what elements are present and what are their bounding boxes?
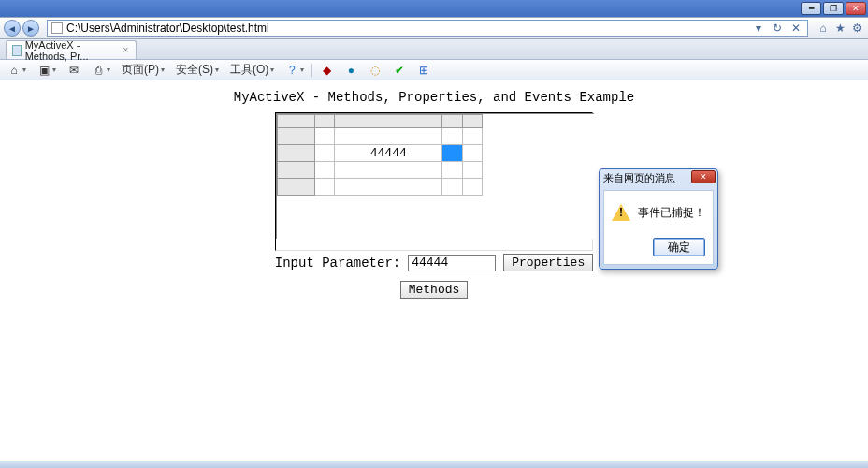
- window-titlebar: ━ ❐ ✕: [0, 0, 868, 17]
- table-row[interactable]: 44444: [278, 145, 483, 162]
- addon-icon: ●: [344, 64, 357, 77]
- cmd-home[interactable]: ⌂▾: [4, 64, 30, 77]
- cmd-page-menu[interactable]: 页面(P)▾: [118, 62, 168, 78]
- cmd-print[interactable]: ⎙▾: [88, 64, 114, 77]
- addon-icon: ◆: [320, 64, 333, 77]
- cmd-extra-3[interactable]: ◌: [365, 64, 385, 77]
- favorites-icon[interactable]: ★: [832, 21, 847, 36]
- mail-icon: ✉: [67, 64, 80, 77]
- tab-favicon: [12, 45, 22, 56]
- methods-row: Methods: [0, 281, 868, 299]
- address-bar[interactable]: C:\Users\Administrator\Desktop\test.html…: [47, 20, 808, 37]
- alert-dialog-title: 来自网页的消息: [603, 171, 675, 185]
- tools-gear-icon[interactable]: ⚙: [849, 21, 864, 36]
- methods-button[interactable]: Methods: [400, 281, 469, 299]
- cmd-feeds[interactable]: ▣▾: [34, 64, 60, 77]
- addon-icon: ✔: [393, 64, 406, 77]
- cmd-separator: [311, 64, 312, 77]
- addon-icon: ⊞: [417, 64, 430, 77]
- warning-icon: [612, 204, 630, 221]
- taskbar[interactable]: [0, 461, 868, 468]
- nav-back-button[interactable]: ◄: [4, 20, 21, 37]
- tab-close-icon[interactable]: ×: [122, 45, 130, 56]
- alert-dialog-ok-button[interactable]: 确定: [653, 238, 705, 256]
- page-title: MyActiveX - Methods, Properties, and Eve…: [0, 90, 868, 105]
- table-row[interactable]: [278, 128, 483, 145]
- home-icon[interactable]: ⌂: [816, 21, 831, 36]
- input-parameter-row: Input Parameter: Properties: [0, 254, 868, 271]
- alert-dialog-message: 事件已捕捉！: [638, 205, 705, 221]
- page-icon: [51, 22, 63, 34]
- window-maximize-button[interactable]: ❐: [823, 2, 844, 15]
- activex-control[interactable]: 44444: [276, 113, 594, 239]
- activex-grid[interactable]: 44444: [277, 114, 483, 196]
- alert-dialog-titlebar[interactable]: 来自网页的消息 ✕: [600, 169, 717, 186]
- cmd-mail[interactable]: ✉: [64, 64, 84, 77]
- input-parameter-field[interactable]: [408, 255, 496, 271]
- window-minimize-button[interactable]: ━: [801, 2, 821, 15]
- home-small-icon: ⌂: [7, 64, 21, 77]
- cmd-tools-menu[interactable]: 工具(O)▾: [226, 62, 278, 78]
- cmd-extra-2[interactable]: ●: [340, 64, 361, 77]
- browser-tabbar: MyActiveX - Methods, Pr... ×: [0, 39, 868, 60]
- cmd-extra-4[interactable]: ✔: [389, 64, 410, 77]
- cmd-safety-menu[interactable]: 安全(S)▾: [172, 62, 223, 78]
- address-bar-text: C:\Users\Administrator\Desktop\test.html: [66, 22, 747, 35]
- browser-command-bar: ⌂▾ ▣▾ ✉ ⎙▾ 页面(P)▾ 安全(S)▾ 工具(O)▾ ?▾ ◆ ● ◌…: [0, 60, 868, 80]
- stop-icon[interactable]: ✕: [788, 21, 803, 36]
- grid-cell-selected[interactable]: [442, 145, 462, 162]
- table-row[interactable]: [278, 179, 483, 196]
- refresh-icon[interactable]: ↻: [770, 21, 785, 36]
- print-icon: ⎙: [92, 64, 105, 77]
- help-icon: ?: [285, 64, 298, 77]
- nav-forward-button[interactable]: ►: [22, 20, 39, 37]
- grid-cell-value[interactable]: 44444: [335, 145, 442, 162]
- rss-icon: ▣: [37, 64, 51, 77]
- activex-control-frame: 44444: [275, 112, 593, 251]
- addon-icon: ◌: [369, 64, 382, 77]
- properties-button[interactable]: Properties: [503, 254, 593, 271]
- cmd-extra-5[interactable]: ⊞: [413, 64, 434, 77]
- cmd-help[interactable]: ?▾: [282, 64, 308, 77]
- table-row[interactable]: [278, 162, 483, 179]
- browser-tab[interactable]: MyActiveX - Methods, Pr... ×: [6, 40, 137, 59]
- page-content: MyActiveX - Methods, Properties, and Eve…: [0, 80, 868, 299]
- window-close-button[interactable]: ✕: [846, 2, 866, 15]
- input-parameter-label: Input Parameter:: [275, 256, 400, 271]
- alert-dialog-close-button[interactable]: ✕: [691, 170, 716, 183]
- cmd-extra-1[interactable]: ◆: [316, 64, 337, 77]
- grid-header-row: [278, 115, 483, 128]
- address-dropdown-icon[interactable]: ▾: [751, 21, 766, 36]
- alert-dialog: 来自网页的消息 ✕ 事件已捕捉！ 确定: [599, 168, 718, 270]
- tab-title: MyActiveX - Methods, Pr...: [25, 39, 118, 62]
- browser-navbar: ◄ ► C:\Users\Administrator\Desktop\test.…: [0, 17, 868, 39]
